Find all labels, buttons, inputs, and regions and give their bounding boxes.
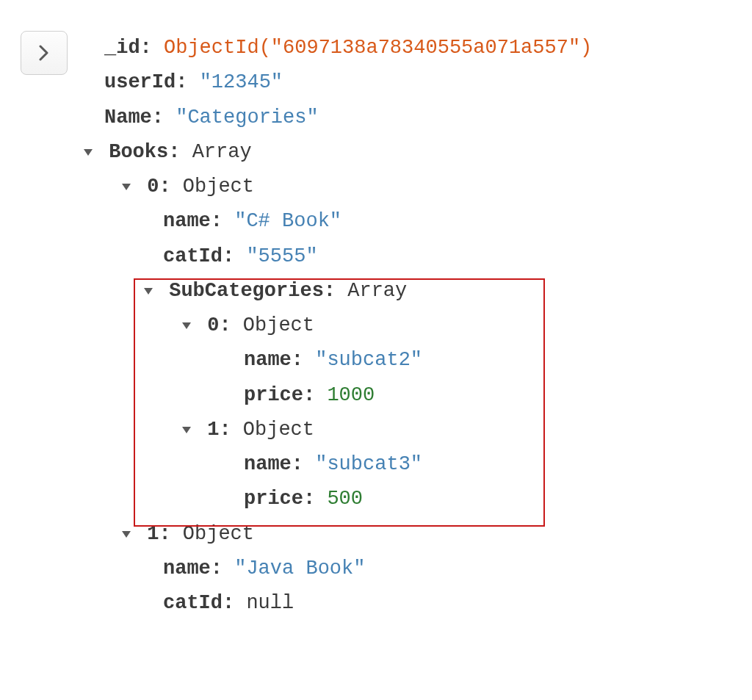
key-label: SubCategories xyxy=(169,280,324,302)
key-label: userId xyxy=(104,71,176,93)
value-type: Object xyxy=(243,314,314,336)
value-string: "subcat3" xyxy=(315,453,422,475)
value-type: Object xyxy=(243,419,314,441)
field-book0-name[interactable]: name: "C# Book" xyxy=(104,204,592,239)
field-book1-catid[interactable]: catId: null xyxy=(104,586,592,621)
key-label: Books xyxy=(109,141,168,163)
expand-button[interactable] xyxy=(21,31,68,75)
key-label: name xyxy=(163,558,211,580)
value-string: "5555" xyxy=(246,245,317,267)
index-label: 1 xyxy=(207,419,219,441)
chevron-down-icon[interactable] xyxy=(122,184,131,190)
key-label: catId xyxy=(163,592,223,614)
value-type: Object xyxy=(183,176,254,198)
field-subcategories[interactable]: SubCategories: Array xyxy=(88,274,592,308)
value-string: "C# Book" xyxy=(234,210,341,232)
key-label: name xyxy=(163,210,211,232)
key-label: name xyxy=(244,453,292,475)
field-sub1-price[interactable]: price: 500 xyxy=(104,482,592,516)
value-null: null xyxy=(246,592,294,614)
key-label: name xyxy=(244,349,292,371)
array-item-0[interactable]: 0: Object xyxy=(103,170,592,204)
index-label: 1 xyxy=(147,523,159,545)
array-item-1[interactable]: 1: Object xyxy=(103,517,592,552)
field-id[interactable]: _id: ObjectId("6097138a78340555a071a557"… xyxy=(104,31,592,65)
value-number: 1000 xyxy=(327,384,375,406)
index-label: 0 xyxy=(207,314,219,336)
field-sub0-price[interactable]: price: 1000 xyxy=(104,378,592,413)
key-label: price xyxy=(244,384,303,406)
value-type: Array xyxy=(347,280,407,302)
chevron-down-icon[interactable] xyxy=(182,322,191,329)
field-userid[interactable]: userId: "12345" xyxy=(104,65,592,100)
value-type: Array xyxy=(192,141,252,163)
field-books[interactable]: Books: Array xyxy=(84,135,592,170)
field-name[interactable]: Name: "Categories" xyxy=(104,101,592,135)
sub-item-0[interactable]: 0: Object xyxy=(104,308,592,343)
chevron-down-icon[interactable] xyxy=(122,531,131,538)
field-book1-name[interactable]: name: "Java Book" xyxy=(104,552,592,586)
sub-item-1[interactable]: 1: Object xyxy=(104,413,592,447)
key-label: Name xyxy=(104,107,152,129)
value-string: "subcat2" xyxy=(315,349,422,371)
value-string: "Categories" xyxy=(176,107,318,129)
json-tree: _id: ObjectId("6097138a78340555a071a557"… xyxy=(104,31,592,621)
value-string: "Java Book" xyxy=(234,558,365,580)
key-label: price xyxy=(244,488,303,510)
chevron-down-icon[interactable] xyxy=(144,288,153,295)
field-book0-catid[interactable]: catId: "5555" xyxy=(104,239,592,274)
field-sub0-name[interactable]: name: "subcat2" xyxy=(104,343,592,378)
value-string: "12345" xyxy=(200,71,283,93)
value-number: 500 xyxy=(327,488,363,510)
key-label: _id xyxy=(104,37,140,59)
chevron-right-icon xyxy=(39,45,49,61)
value-type: Object xyxy=(183,523,254,545)
index-label: 0 xyxy=(147,176,159,198)
document-viewer: _id: ObjectId("6097138a78340555a071a557"… xyxy=(0,0,752,621)
chevron-down-icon[interactable] xyxy=(182,427,191,433)
chevron-down-icon[interactable] xyxy=(84,149,93,156)
value-objectid: ObjectId("6097138a78340555a071a557") xyxy=(164,37,592,59)
key-label: catId xyxy=(163,245,223,267)
field-sub1-name[interactable]: name: "subcat3" xyxy=(104,447,592,482)
